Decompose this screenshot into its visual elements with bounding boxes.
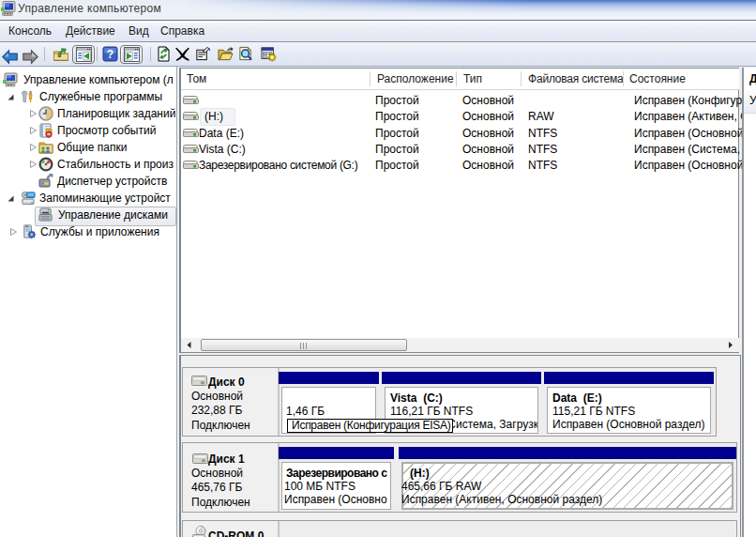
svg-text:?: ? [107,48,113,61]
